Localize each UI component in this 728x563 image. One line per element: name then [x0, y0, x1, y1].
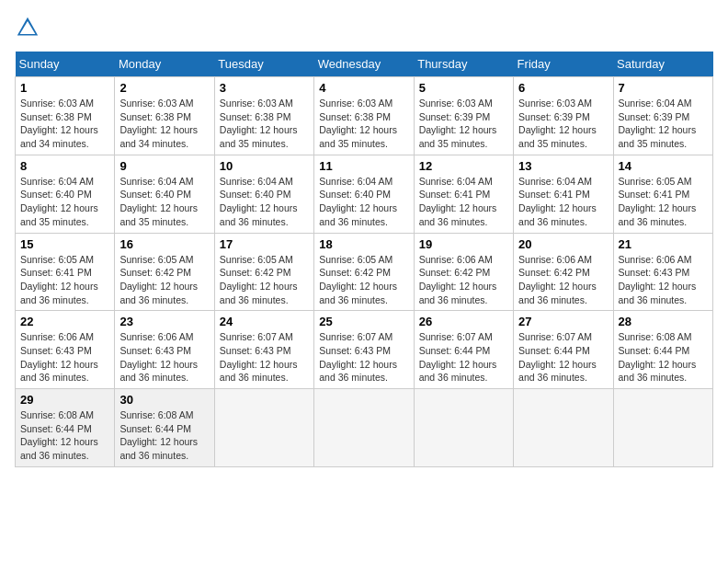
day-info: Sunrise: 6:05 AMSunset: 6:41 PMDaylight:…: [20, 253, 109, 307]
day-info: Sunrise: 6:05 AMSunset: 6:42 PMDaylight:…: [220, 253, 309, 307]
day-info: Sunrise: 6:05 AMSunset: 6:41 PMDaylight:…: [619, 175, 708, 229]
day-cell: 25 Sunrise: 6:07 AMSunset: 6:43 PMDaylig…: [314, 311, 414, 389]
day-cell: [214, 389, 313, 467]
day-cell: 27 Sunrise: 6:07 AMSunset: 6:44 PMDaylig…: [514, 311, 613, 389]
day-info: Sunrise: 6:03 AMSunset: 6:39 PMDaylight:…: [419, 97, 508, 151]
day-cell: 14 Sunrise: 6:05 AMSunset: 6:41 PMDaylig…: [613, 155, 712, 233]
col-header-monday: Monday: [115, 52, 214, 77]
week-row-4: 22 Sunrise: 6:06 AMSunset: 6:43 PMDaylig…: [16, 311, 713, 389]
day-cell: [414, 389, 513, 467]
day-number: 18: [319, 237, 408, 251]
day-number: 21: [619, 237, 708, 251]
day-info: Sunrise: 6:08 AMSunset: 6:44 PMDaylight:…: [619, 330, 708, 385]
day-info: Sunrise: 6:04 AMSunset: 6:39 PMDaylight:…: [619, 97, 708, 151]
col-header-sunday: Sunday: [16, 52, 115, 77]
day-number: 27: [518, 315, 608, 328]
day-number: 3: [220, 81, 309, 95]
day-number: 2: [119, 81, 209, 95]
day-cell: 13 Sunrise: 6:04 AMSunset: 6:41 PMDaylig…: [514, 155, 613, 233]
week-row-3: 15 Sunrise: 6:05 AMSunset: 6:41 PMDaylig…: [16, 233, 713, 311]
day-info: Sunrise: 6:03 AMSunset: 6:38 PMDaylight:…: [220, 97, 309, 151]
day-number: 8: [20, 159, 109, 173]
col-header-friday: Friday: [514, 52, 613, 77]
day-number: 1: [20, 81, 109, 95]
day-cell: 19 Sunrise: 6:06 AMSunset: 6:42 PMDaylig…: [414, 233, 513, 311]
day-cell: 20 Sunrise: 6:06 AMSunset: 6:42 PMDaylig…: [514, 233, 613, 311]
day-cell: 7 Sunrise: 6:04 AMSunset: 6:39 PMDayligh…: [613, 77, 712, 155]
day-info: Sunrise: 6:04 AMSunset: 6:41 PMDaylight:…: [518, 175, 608, 229]
day-number: 12: [419, 159, 508, 173]
day-info: Sunrise: 6:06 AMSunset: 6:43 PMDaylight:…: [619, 253, 708, 307]
day-info: Sunrise: 6:07 AMSunset: 6:44 PMDaylight:…: [419, 330, 508, 385]
day-cell: 29 Sunrise: 6:08 AMSunset: 6:44 PMDaylig…: [16, 389, 115, 467]
day-number: 29: [20, 393, 109, 407]
day-cell: 6 Sunrise: 6:03 AMSunset: 6:39 PMDayligh…: [514, 77, 613, 155]
day-info: Sunrise: 6:06 AMSunset: 6:43 PMDaylight:…: [119, 330, 209, 385]
day-number: 7: [619, 81, 708, 95]
week-row-5: 29 Sunrise: 6:08 AMSunset: 6:44 PMDaylig…: [16, 389, 713, 467]
day-number: 25: [319, 315, 408, 328]
day-info: Sunrise: 6:05 AMSunset: 6:42 PMDaylight:…: [119, 253, 209, 307]
day-info: Sunrise: 6:08 AMSunset: 6:44 PMDaylight:…: [119, 408, 209, 463]
col-header-thursday: Thursday: [414, 52, 513, 77]
day-info: Sunrise: 6:04 AMSunset: 6:40 PMDaylight:…: [220, 175, 309, 229]
day-cell: 15 Sunrise: 6:05 AMSunset: 6:41 PMDaylig…: [16, 233, 115, 311]
day-number: 22: [20, 315, 109, 328]
day-cell: [514, 389, 613, 467]
day-info: Sunrise: 6:06 AMSunset: 6:42 PMDaylight:…: [518, 253, 608, 307]
day-info: Sunrise: 6:04 AMSunset: 6:41 PMDaylight:…: [419, 175, 508, 229]
day-number: 28: [619, 315, 708, 328]
day-cell: 21 Sunrise: 6:06 AMSunset: 6:43 PMDaylig…: [613, 233, 712, 311]
day-number: 16: [119, 237, 209, 251]
header: [15, 15, 713, 40]
day-cell: 2 Sunrise: 6:03 AMSunset: 6:38 PMDayligh…: [115, 77, 214, 155]
day-number: 10: [220, 159, 309, 173]
day-cell: 5 Sunrise: 6:03 AMSunset: 6:39 PMDayligh…: [414, 77, 513, 155]
day-cell: 11 Sunrise: 6:04 AMSunset: 6:40 PMDaylig…: [314, 155, 414, 233]
day-cell: [613, 389, 712, 467]
week-row-1: 1 Sunrise: 6:03 AMSunset: 6:38 PMDayligh…: [16, 77, 713, 155]
day-number: 15: [20, 237, 109, 251]
day-cell: 12 Sunrise: 6:04 AMSunset: 6:41 PMDaylig…: [414, 155, 513, 233]
day-info: Sunrise: 6:07 AMSunset: 6:44 PMDaylight:…: [518, 330, 608, 385]
day-cell: 10 Sunrise: 6:04 AMSunset: 6:40 PMDaylig…: [214, 155, 313, 233]
col-header-wednesday: Wednesday: [314, 52, 414, 77]
day-cell: 3 Sunrise: 6:03 AMSunset: 6:38 PMDayligh…: [214, 77, 313, 155]
day-number: 11: [319, 159, 408, 173]
day-number: 9: [119, 159, 209, 173]
day-number: 24: [220, 315, 309, 328]
day-info: Sunrise: 6:07 AMSunset: 6:43 PMDaylight:…: [220, 330, 309, 385]
day-info: Sunrise: 6:03 AMSunset: 6:38 PMDaylight:…: [119, 97, 209, 151]
calendar-table: SundayMondayTuesdayWednesdayThursdayFrid…: [15, 52, 713, 467]
day-number: 17: [220, 237, 309, 251]
day-info: Sunrise: 6:05 AMSunset: 6:42 PMDaylight:…: [319, 253, 408, 307]
day-cell: 26 Sunrise: 6:07 AMSunset: 6:44 PMDaylig…: [414, 311, 513, 389]
day-info: Sunrise: 6:03 AMSunset: 6:38 PMDaylight:…: [20, 97, 109, 151]
day-cell: 16 Sunrise: 6:05 AMSunset: 6:42 PMDaylig…: [115, 233, 214, 311]
day-number: 23: [119, 315, 209, 328]
day-info: Sunrise: 6:04 AMSunset: 6:40 PMDaylight:…: [319, 175, 408, 229]
day-number: 6: [518, 81, 608, 95]
day-cell: 23 Sunrise: 6:06 AMSunset: 6:43 PMDaylig…: [115, 311, 214, 389]
day-cell: 30 Sunrise: 6:08 AMSunset: 6:44 PMDaylig…: [115, 389, 214, 467]
day-info: Sunrise: 6:06 AMSunset: 6:43 PMDaylight:…: [20, 330, 109, 385]
day-cell: 4 Sunrise: 6:03 AMSunset: 6:38 PMDayligh…: [314, 77, 414, 155]
day-info: Sunrise: 6:03 AMSunset: 6:39 PMDaylight:…: [518, 97, 608, 151]
day-number: 30: [119, 393, 209, 407]
day-info: Sunrise: 6:03 AMSunset: 6:38 PMDaylight:…: [319, 97, 408, 151]
week-row-2: 8 Sunrise: 6:04 AMSunset: 6:40 PMDayligh…: [16, 155, 713, 233]
day-cell: 17 Sunrise: 6:05 AMSunset: 6:42 PMDaylig…: [214, 233, 313, 311]
day-info: Sunrise: 6:07 AMSunset: 6:43 PMDaylight:…: [319, 330, 408, 385]
day-cell: 18 Sunrise: 6:05 AMSunset: 6:42 PMDaylig…: [314, 233, 414, 311]
day-cell: 9 Sunrise: 6:04 AMSunset: 6:40 PMDayligh…: [115, 155, 214, 233]
day-number: 5: [419, 81, 508, 95]
day-cell: 24 Sunrise: 6:07 AMSunset: 6:43 PMDaylig…: [214, 311, 313, 389]
day-number: 20: [518, 237, 608, 251]
day-number: 19: [419, 237, 508, 251]
day-cell: 1 Sunrise: 6:03 AMSunset: 6:38 PMDayligh…: [16, 77, 115, 155]
day-cell: 8 Sunrise: 6:04 AMSunset: 6:40 PMDayligh…: [16, 155, 115, 233]
day-cell: 28 Sunrise: 6:08 AMSunset: 6:44 PMDaylig…: [613, 311, 712, 389]
logo: [15, 15, 44, 40]
col-header-tuesday: Tuesday: [214, 52, 313, 77]
day-info: Sunrise: 6:08 AMSunset: 6:44 PMDaylight:…: [20, 408, 109, 463]
